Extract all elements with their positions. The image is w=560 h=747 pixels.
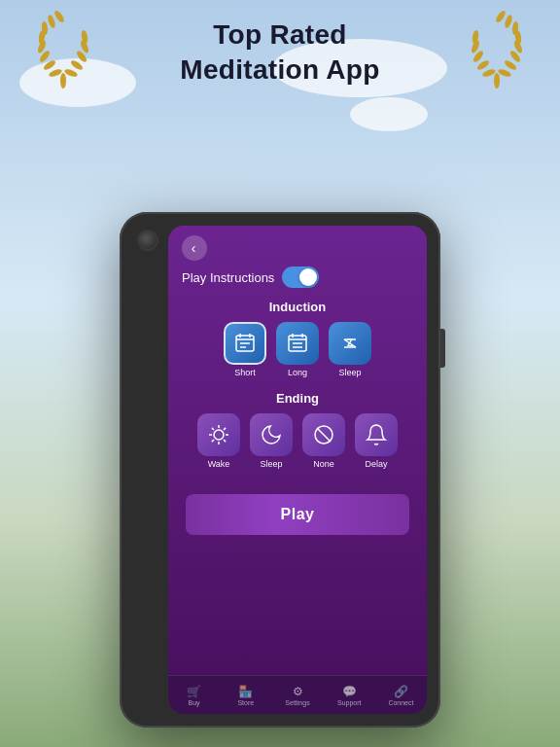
header-text: Top Rated Meditation App <box>0 18 560 89</box>
play-instructions-row: Play Instructions <box>182 267 413 288</box>
svg-line-50 <box>224 440 226 442</box>
settings-label: Settings <box>285 699 309 706</box>
connect-label: Connect <box>388 699 413 706</box>
page-title: Top Rated Meditation App <box>0 18 560 89</box>
tab-store[interactable]: 🏪 Store <box>220 676 271 714</box>
tab-settings[interactable]: ⚙ Settings <box>271 676 323 714</box>
none-icon-box <box>302 413 345 456</box>
svg-line-54 <box>317 428 331 442</box>
play-button[interactable]: Play <box>186 494 409 535</box>
svg-line-49 <box>212 428 214 430</box>
tablet-camera <box>137 230 158 251</box>
tab-support[interactable]: 💬 Support <box>324 676 375 714</box>
tablet-screen: ‹ Play Instructions Induction <box>168 226 427 714</box>
ending-title: Ending <box>182 391 413 406</box>
delay-icon <box>365 423 388 446</box>
long-icon-box <box>276 322 319 365</box>
play-instructions-toggle[interactable] <box>282 267 319 288</box>
tab-connect[interactable]: 🔗 Connect <box>375 676 427 714</box>
sleep-ending-label: Sleep <box>260 459 282 469</box>
play-button-container: Play <box>182 494 413 535</box>
tab-bar: 🛒 Buy 🏪 Store ⚙ Settings 💬 Support 🔗 <box>168 675 427 714</box>
short-label: Short <box>234 368 256 377</box>
induction-section: Induction <box>182 300 413 381</box>
induction-title: Induction <box>182 300 413 314</box>
store-label: Store <box>237 699 254 706</box>
spacer <box>182 535 413 665</box>
toggle-knob <box>299 268 317 286</box>
delay-icon-box <box>355 413 398 456</box>
back-button[interactable]: ‹ <box>182 235 207 261</box>
short-icon <box>233 332 257 355</box>
ending-option-none[interactable]: None <box>302 413 345 469</box>
induction-option-sleep[interactable]: Z Sleep <box>329 322 371 377</box>
app-screen: ‹ Play Instructions Induction <box>168 226 427 675</box>
tablet-device: ‹ Play Instructions Induction <box>120 212 440 728</box>
induction-option-long[interactable]: Long <box>276 322 319 377</box>
long-label: Long <box>288 368 307 377</box>
none-icon <box>312 423 335 446</box>
short-icon-box <box>224 322 266 365</box>
sleep-ending-icon <box>260 423 283 446</box>
svg-line-51 <box>224 428 226 430</box>
tablet-side-button <box>440 329 445 368</box>
buy-icon: 🛒 <box>187 685 201 698</box>
induction-option-short[interactable]: Short <box>224 322 266 377</box>
ending-option-delay[interactable]: Delay <box>355 413 398 469</box>
ending-options: Wake Sleep <box>182 413 413 469</box>
play-instructions-label: Play Instructions <box>182 270 274 285</box>
support-label: Support <box>337 699 362 706</box>
sleep-induction-icon-box: Z <box>329 322 371 365</box>
tab-buy[interactable]: 🛒 Buy <box>168 676 220 714</box>
wake-icon-box <box>197 413 240 456</box>
connect-icon: 🔗 <box>394 685 408 698</box>
svg-line-52 <box>212 440 214 442</box>
settings-icon: ⚙ <box>293 685 303 698</box>
cloud-3 <box>350 97 428 131</box>
tablet-outer-frame: ‹ Play Instructions Induction <box>120 212 440 728</box>
induction-options: Short <box>182 322 413 377</box>
delay-label: Delay <box>365 459 387 469</box>
svg-point-44 <box>214 430 224 440</box>
wake-icon <box>207 423 230 446</box>
store-icon: 🏪 <box>238 685 253 698</box>
ending-option-wake[interactable]: Wake <box>197 413 240 469</box>
svg-text:Z: Z <box>347 338 353 348</box>
sleep-induction-icon: Z <box>338 332 362 355</box>
support-icon: 💬 <box>342 685 357 698</box>
sleep-ending-icon-box <box>250 413 293 456</box>
back-icon: ‹ <box>192 240 196 256</box>
ending-option-sleep[interactable]: Sleep <box>250 413 293 469</box>
ending-section: Ending <box>182 391 413 473</box>
wake-label: Wake <box>208 459 230 469</box>
none-label: None <box>313 459 334 469</box>
buy-label: Buy <box>189 699 200 706</box>
long-icon <box>286 332 309 355</box>
sleep-induction-label: Sleep <box>338 368 361 377</box>
